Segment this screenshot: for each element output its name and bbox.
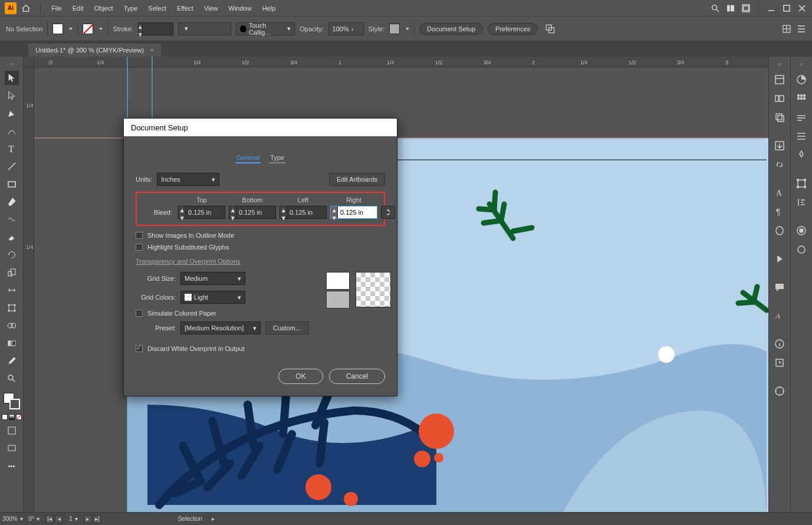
grid-preview-grey[interactable] [326,291,350,309]
type-tool[interactable]: T [5,142,19,156]
graphic-styles-icon[interactable] [795,243,808,256]
ok-button[interactable]: OK [278,369,323,384]
tab-close-icon[interactable]: × [150,47,153,54]
fill-stroke-swatch[interactable] [4,393,20,409]
chevron-down-icon[interactable] [69,28,73,30]
align-icon[interactable] [545,24,555,34]
preset-dropdown[interactable]: [Medium Resolution]▾ [180,321,261,334]
history-icon[interactable] [773,356,786,369]
width-tool[interactable] [5,283,19,297]
menu-effect[interactable]: Effect [172,2,198,14]
zoom-dropdown[interactable]: 300%▾ [2,516,23,522]
arrange-icon[interactable] [741,3,751,14]
grid-size-dropdown[interactable]: Medium▾ [180,272,245,285]
home-icon[interactable] [20,2,32,14]
rectangle-tool[interactable] [5,177,19,191]
stroke-icon[interactable] [795,130,808,143]
edit-toolbar-icon[interactable]: ••• [5,459,19,473]
align-icon[interactable] [795,196,808,209]
opacity-dropdown[interactable]: 100%› [328,22,364,35]
close-icon[interactable] [797,3,807,14]
units-dropdown[interactable]: Inches▾ [157,173,219,186]
document-setup-button[interactable]: Document Setup [419,23,483,35]
glyphs-icon[interactable]: A [773,309,786,322]
appearance-icon[interactable] [795,224,808,237]
free-transform-tool[interactable] [5,301,19,315]
color-icon[interactable] [795,73,808,86]
transform-icon[interactable] [795,177,808,190]
paragraph-icon[interactable]: ¶ [773,205,786,218]
chevron-down-icon[interactable] [99,28,103,30]
zoom-tool[interactable] [5,372,19,386]
menu-object[interactable]: Object [90,2,118,14]
menu-type[interactable]: Type [119,2,143,14]
info-icon[interactable] [773,337,786,350]
artboard-nav[interactable]: |◂◂ [45,515,63,523]
edit-artboards-button[interactable]: Edit Artboards [329,173,385,186]
brush-dropdown[interactable]: Touch Callig...▾ [236,22,295,35]
search-icon[interactable] [710,3,721,14]
artboard-field[interactable]: 1▾ [69,516,78,522]
screen-mode-icon[interactable] [5,441,19,455]
stroke-weight-input[interactable]: ▴▾ [138,22,173,35]
navigator-icon[interactable] [773,385,786,398]
fill-swatch[interactable] [52,24,63,34]
scale-tool[interactable] [5,265,19,280]
asset-export-icon[interactable] [773,139,786,152]
stroke-swatch[interactable] [83,24,93,34]
none-mode[interactable] [16,414,22,420]
direct-selection-tool[interactable] [5,88,19,103]
eyedropper-tool[interactable] [5,354,19,368]
preferences-button[interactable]: Preferences [488,23,538,35]
tab-type[interactable]: Type [269,153,285,163]
link-bleed-icon[interactable] [381,206,395,219]
bleed-top-input[interactable]: ▴▾ [178,206,225,219]
gradient-mode[interactable] [9,414,15,420]
links-icon[interactable] [773,158,786,171]
libraries-icon[interactable] [773,92,786,105]
gradient-tool[interactable] [5,336,19,350]
show-outline-checkbox[interactable] [136,232,143,239]
character-icon[interactable]: A [773,186,786,199]
menu-window[interactable]: Window [224,2,257,14]
menu-file[interactable]: File [47,2,67,14]
rotate-tool[interactable] [5,248,19,262]
menu-help[interactable]: Help [258,2,281,14]
style-swatch[interactable] [389,24,400,34]
tab-general[interactable]: General [235,153,261,163]
shape-builder-tool[interactable] [5,319,19,333]
maximize-icon[interactable] [781,3,792,14]
eraser-tool[interactable] [5,230,19,244]
bleed-right-input[interactable]: ▴▾ [330,206,377,219]
bleed-left-input[interactable]: ▴▾ [280,206,327,219]
snap-icon[interactable] [781,24,792,34]
document-tab[interactable]: Untitled-1* @ 300 % (CMYK/Preview) × [28,44,161,57]
cancel-button[interactable]: Cancel [329,369,385,384]
layers-icon[interactable] [773,111,786,124]
grid-preview-white[interactable] [326,272,350,290]
bleed-bottom-input[interactable]: ▴▾ [229,206,276,219]
menu-view[interactable]: View [199,2,223,14]
brushes-icon[interactable] [795,111,808,124]
menu-edit[interactable]: Edit [68,2,88,14]
properties-icon[interactable] [773,73,786,86]
simulate-paper-checkbox[interactable] [136,310,143,317]
curvature-tool[interactable] [5,124,19,138]
artboard-nav-next[interactable]: ▸▸| [84,515,101,523]
drawing-mode-icon[interactable] [5,424,19,438]
custom-button[interactable]: Custom... [265,321,308,334]
opentype-icon[interactable] [773,224,786,237]
minimize-icon[interactable] [766,3,777,14]
actions-icon[interactable] [773,252,786,265]
pen-tool[interactable] [5,106,19,120]
workspace-icon[interactable] [725,3,736,14]
line-tool[interactable] [5,159,19,173]
comments-icon[interactable] [773,281,786,294]
chevron-down-icon[interactable] [406,28,409,30]
rotate-dropdown[interactable]: 0°▾ [29,516,40,522]
symbols-icon[interactable] [795,149,808,162]
paintbrush-tool[interactable] [5,195,19,209]
highlight-glyphs-checkbox[interactable] [136,244,143,251]
stroke-profile-dropdown[interactable]: ▾ [178,22,231,35]
color-mode[interactable] [2,414,8,420]
